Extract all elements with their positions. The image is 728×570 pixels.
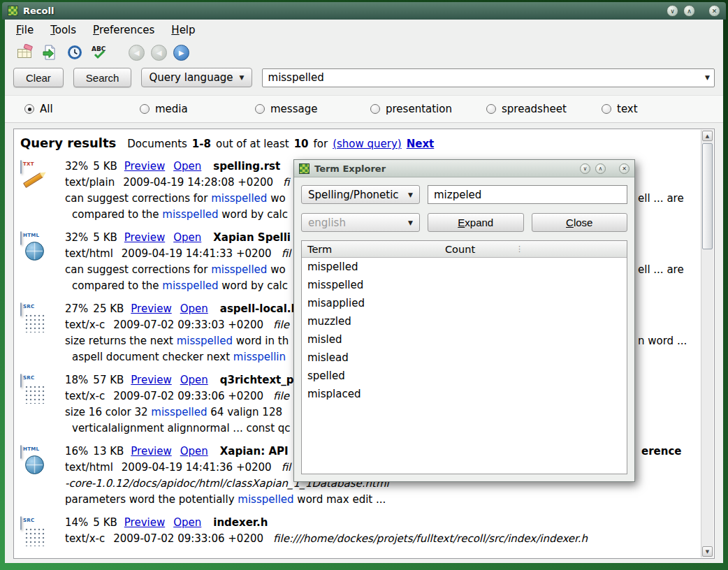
radio-icon[interactable] — [486, 104, 496, 114]
preview-link[interactable]: Preview — [131, 374, 171, 386]
result-item: SRC14%5 KBPreviewOpenindexer.htext/x-c20… — [20, 515, 701, 547]
previous-page-button[interactable]: ◀ — [151, 45, 167, 61]
file-type-label: HTML — [23, 233, 39, 238]
menu-tools[interactable]: Tools — [50, 24, 76, 36]
term-row[interactable]: mispelled — [302, 258, 627, 276]
doc-url: fil — [282, 461, 291, 474]
snippet-text: word in th — [233, 335, 289, 347]
radio-icon[interactable] — [140, 104, 150, 114]
open-link[interactable]: Open — [180, 302, 208, 315]
menu-file[interactable]: File — [16, 24, 34, 36]
doc-date: 2009-04-19 14:41:33 +0200 — [122, 247, 272, 260]
search-bar: Clear Search Query language ▼ ▼ — [5, 64, 723, 91]
preview-link[interactable]: Preview — [124, 516, 165, 529]
dialog-maximize-button[interactable]: ∧ — [595, 163, 606, 174]
clear-button[interactable]: Clear — [13, 68, 64, 87]
dialog-minimize-button[interactable]: ∨ — [580, 163, 590, 174]
doc-url: file:///home/dockes/projets/fulltext/rec… — [273, 532, 588, 545]
expand-mode-select[interactable]: Spelling/Phonetic ▼ — [301, 185, 420, 204]
expand-button[interactable]: Expand — [428, 213, 524, 232]
radio-icon[interactable] — [602, 104, 611, 114]
term-explorer-dialog: Term Explorer ∨ ∧ ✕ Spelling/Phonetic ▼ … — [293, 159, 635, 482]
open-link[interactable]: Open — [173, 231, 201, 244]
menu-help[interactable]: Help — [171, 24, 195, 36]
window-close-button[interactable]: ✕ — [708, 5, 720, 17]
mime-type: text/x-c — [65, 319, 105, 331]
filter-all[interactable]: All — [24, 96, 53, 122]
show-query-link[interactable]: (show query) — [333, 138, 402, 150]
result-title: Xapian Spelli — [213, 231, 291, 244]
query-language-select[interactable]: Query language ▼ — [141, 68, 252, 87]
language-select[interactable]: english ▼ — [301, 213, 420, 232]
window-maximize-button[interactable]: ∧ — [683, 5, 695, 17]
document-action-icon[interactable] — [40, 43, 59, 62]
term-row[interactable]: mislead — [302, 349, 627, 367]
snippet-text: wo — [267, 192, 285, 205]
filter-text[interactable]: text — [602, 96, 638, 122]
pencil-icon — [23, 173, 43, 188]
search-input[interactable] — [268, 71, 706, 84]
relevance-percent: 18% — [65, 374, 88, 386]
file-size: 5 KB — [93, 516, 117, 529]
scrollbar-thumb[interactable] — [702, 143, 713, 249]
open-link[interactable]: Open — [173, 516, 201, 529]
close-button[interactable]: Close — [532, 213, 628, 232]
file-icon-column: HTML — [20, 230, 65, 294]
scroll-up-icon[interactable]: ▲ — [702, 131, 713, 141]
dialog-titlebar[interactable]: Term Explorer ∨ ∧ ✕ — [294, 160, 634, 177]
out-of-text: out of at least — [216, 138, 289, 150]
open-link[interactable]: Open — [173, 160, 201, 173]
relevance-percent: 32% — [65, 231, 88, 244]
file-icon-column: SRC — [20, 515, 65, 547]
term-column-header[interactable]: Term — [302, 244, 445, 255]
dialog-close-button[interactable]: ✕ — [619, 163, 629, 174]
open-link[interactable]: Open — [180, 445, 208, 458]
term-row[interactable]: misspelled — [302, 276, 627, 294]
doc-date: 2009-07-02 09:33:06 +0200 — [113, 390, 263, 402]
terms-table-header[interactable]: Term Count ⋮ — [302, 241, 627, 258]
filter-media[interactable]: media — [140, 96, 188, 122]
file-icon-column: SRC — [20, 301, 65, 365]
snippet-text: word by calc — [219, 208, 288, 221]
column-grip-icon[interactable]: ⋮ — [516, 244, 523, 254]
search-button[interactable]: Search — [73, 68, 132, 87]
filter-presentation[interactable]: presentation — [370, 96, 452, 122]
window-minimize-button[interactable]: ∨ — [667, 5, 678, 17]
results-header: Query results Documents 1-8 out of at le… — [20, 136, 701, 150]
count-column-header[interactable]: Count — [445, 244, 475, 255]
preview-link[interactable]: Preview — [131, 302, 171, 315]
filter-label: presentation — [386, 103, 452, 115]
filter-spreadsheet[interactable]: spreadsheet — [486, 96, 567, 122]
preview-link[interactable]: Preview — [131, 445, 171, 458]
term-row[interactable]: misplaced — [302, 385, 627, 403]
history-clock-icon[interactable] — [65, 43, 84, 62]
radio-icon[interactable] — [255, 104, 265, 114]
search-history-dropdown-icon[interactable]: ▼ — [705, 74, 710, 81]
scroll-down-icon[interactable]: ▼ — [702, 546, 713, 557]
result-title: q3richtext_p — [220, 374, 294, 386]
radio-icon[interactable] — [24, 104, 34, 114]
radio-icon[interactable] — [370, 104, 380, 114]
preview-link[interactable]: Preview — [124, 231, 165, 244]
snippet-text: size returns the next — [65, 335, 177, 347]
next-page-link[interactable]: Next — [407, 138, 435, 150]
next-page-button[interactable]: ▶ — [173, 45, 189, 61]
open-link[interactable]: Open — [180, 374, 208, 386]
filter-message[interactable]: message — [255, 96, 317, 122]
term-explorer-spellcheck-icon[interactable]: ABC — [90, 43, 109, 62]
first-page-button[interactable]: ◀ — [129, 45, 145, 61]
window-titlebar[interactable]: Recoll ∨ ∧ ✕ — [2, 2, 726, 20]
menu-preferences[interactable]: Preferences — [93, 24, 154, 36]
term-row[interactable]: misapplied — [302, 294, 627, 312]
term-row[interactable]: muzzled — [302, 312, 627, 330]
term-input[interactable] — [428, 185, 627, 204]
vertical-scrollbar[interactable]: ▲ ▼ — [701, 130, 713, 557]
clear-search-icon[interactable] — [15, 43, 34, 62]
dialog-row-2: english ▼ Expand Close — [301, 213, 627, 232]
result-title: Xapian: API — [220, 445, 289, 458]
term-row[interactable]: spelled — [302, 367, 627, 385]
preview-link[interactable]: Preview — [124, 160, 165, 173]
filter-label: All — [40, 103, 53, 115]
term-cell: spelled — [302, 370, 445, 382]
term-row[interactable]: misled — [302, 330, 627, 349]
